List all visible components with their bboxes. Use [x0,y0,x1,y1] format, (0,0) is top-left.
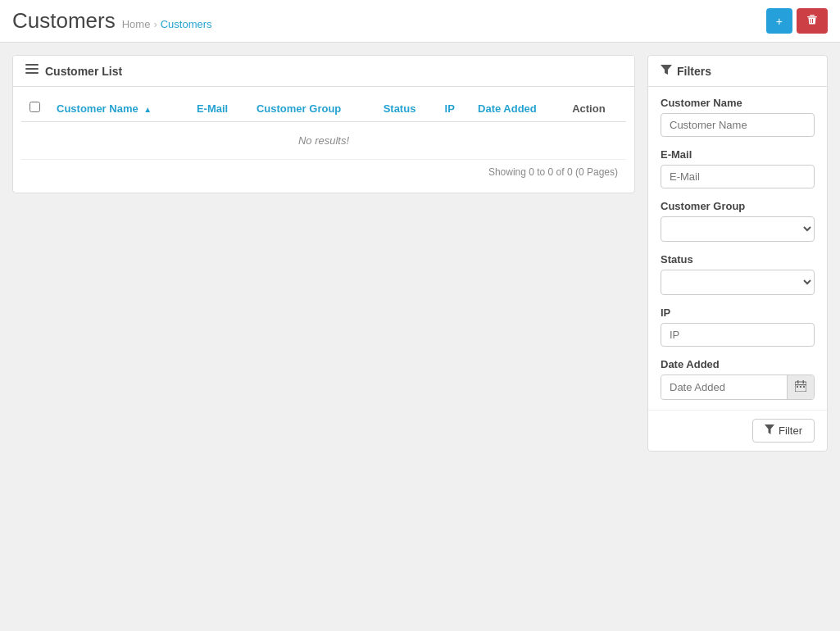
filter-customer-name-input[interactable] [661,113,815,137]
svg-rect-2 [25,64,39,66]
page-header: Customers Home › Customers + [0,0,840,43]
svg-rect-3 [25,68,39,70]
filter-customer-group-label: Customer Group [661,200,815,212]
breadcrumb: Home › Customers [122,18,212,30]
select-all-col [21,95,48,122]
select-all-checkbox[interactable] [30,102,40,112]
svg-rect-1 [810,15,815,16]
page-header-left: Customers Home › Customers [12,8,212,34]
svg-rect-11 [800,386,801,388]
apply-filter-button[interactable]: Filter [752,419,815,443]
svg-rect-7 [795,384,806,385]
plus-icon: + [776,15,783,28]
svg-rect-10 [797,386,798,388]
customer-list-panel: Customer List Customer Name ▲ E-Mail [12,55,635,193]
filter-status: Status [661,253,815,295]
svg-rect-4 [25,72,39,74]
filters-body: Customer Name E-Mail Customer Group Stat… [648,87,827,410]
filter-customer-name-label: Customer Name [661,97,815,109]
breadcrumb-current[interactable]: Customers [161,18,212,30]
sort-arrow-icon: ▲ [143,105,152,114]
page-title: Customers [12,8,116,34]
filter-status-label: Status [661,253,815,266]
col-customer-group[interactable]: Customer Group [248,95,375,122]
trash-icon [806,14,818,28]
svg-marker-5 [661,65,672,75]
calendar-button[interactable] [787,375,814,399]
table-body: No results! [21,122,626,160]
delete-customer-button[interactable] [797,8,828,34]
filters-panel: Filters Customer Name E-Mail Customer Gr… [647,55,828,452]
svg-marker-13 [765,424,774,434]
filter-status-select[interactable] [661,270,815,295]
filter-customer-name: Customer Name [661,97,815,137]
customer-list-title: Customer List [45,65,122,78]
col-date-added[interactable]: Date Added [470,95,564,122]
customer-list-body: Customer Name ▲ E-Mail Customer Group St… [13,87,634,193]
table-header: Customer Name ▲ E-Mail Customer Group St… [21,95,626,122]
filter-email: E-Mail [661,148,815,188]
col-customer-name[interactable]: Customer Name ▲ [48,95,188,122]
apply-filter-label: Filter [779,424,802,437]
date-input-wrapper [661,375,815,400]
filter-email-label: E-Mail [661,148,815,161]
no-results-cell: No results! [21,122,626,160]
filter-funnel-icon [765,424,774,437]
breadcrumb-home[interactable]: Home [122,18,151,30]
add-customer-button[interactable]: + [766,8,792,34]
svg-rect-9 [803,380,805,384]
filter-customer-group: Customer Group [661,200,815,242]
filters-title: Filters [677,65,711,78]
calendar-icon [795,380,806,394]
filter-email-input[interactable] [661,165,815,188]
showing-text: Showing 0 to 0 of 0 (0 Pages) [21,160,626,184]
svg-rect-8 [797,380,799,384]
customers-table: Customer Name ▲ E-Mail Customer Group St… [21,95,626,160]
main-content: Customer List Customer Name ▲ E-Mail [0,43,840,464]
filter-ip-label: IP [661,306,815,319]
filter-date-added: Date Added [661,358,815,400]
col-action: Action [564,95,626,122]
table-row-no-results: No results! [21,122,626,160]
filter-customer-group-select[interactable] [661,216,815,242]
customer-list-heading: Customer List [13,56,634,87]
header-actions: + [766,8,828,34]
list-icon [25,64,39,78]
filter-actions: Filter [648,410,827,451]
breadcrumb-separator: › [153,18,157,30]
table-header-row: Customer Name ▲ E-Mail Customer Group St… [21,95,626,122]
filters-heading: Filters [648,56,827,87]
svg-rect-12 [803,386,805,388]
col-ip[interactable]: IP [437,95,470,122]
filter-date-added-label: Date Added [661,358,815,370]
col-email[interactable]: E-Mail [188,95,248,122]
svg-rect-0 [807,16,817,17]
col-status[interactable]: Status [375,95,437,122]
filter-ip-input[interactable] [661,323,815,347]
filter-icon [661,64,672,78]
filter-ip: IP [661,306,815,347]
filter-date-added-input[interactable] [661,376,787,398]
